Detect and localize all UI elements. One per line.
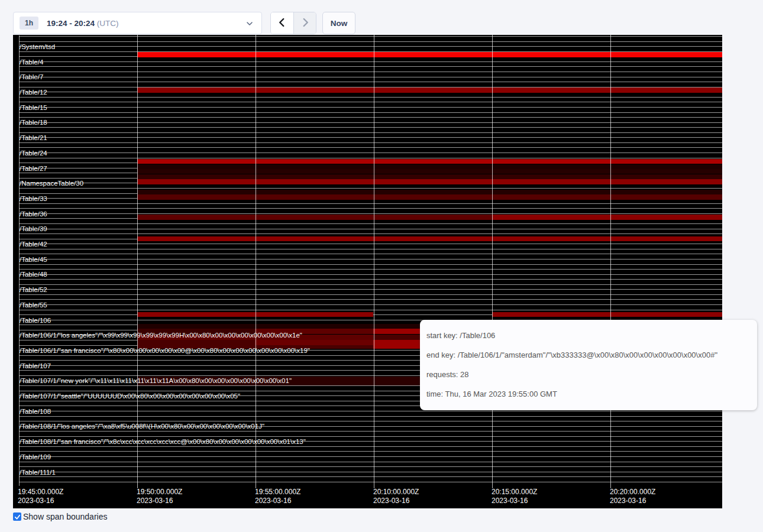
row-label: /Table/33 [20, 195, 47, 203]
row-label: /System/tsd [20, 43, 55, 51]
axis-tick-time: 20:10:00.000Z [373, 488, 419, 497]
axis-tick-time: 20:20:00.000Z [610, 488, 655, 497]
tooltip-line: time: Thu, 16 Mar 2023 19:55:00 GMT [426, 384, 757, 404]
show-span-boundaries-label[interactable]: Show span boundaries [23, 512, 107, 521]
row-label: /Table/55 [20, 301, 47, 309]
axis-tick-time: 20:15:00.000Z [492, 488, 537, 497]
heat-band[interactable] [137, 87, 723, 93]
row-label: /Table/27 [20, 165, 47, 173]
row-label: /Table/36 [20, 210, 47, 218]
row-label: /Table/107/1/"seattle"/"UUUUUUD\x00\x80\… [20, 392, 240, 400]
chevron-left-icon [277, 17, 287, 30]
axis-tick-date: 2023-03-16 [610, 497, 655, 505]
row-label: /Table/12 [20, 89, 47, 96]
axis-tick: 20:20:00.000Z2023-03-16 [610, 488, 655, 505]
show-span-boundaries-checkbox[interactable] [13, 512, 21, 521]
checkmark-icon [14, 514, 21, 520]
tooltip-line: start key: /Table/106 [426, 326, 757, 345]
tooltip-line: end key: /Table/106/1/"amsterdam"/"\xb33… [426, 345, 757, 365]
chevron-right-icon [300, 17, 311, 30]
heat-band[interactable] [137, 236, 723, 242]
axis-tick: 20:15:00.000Z2023-03-16 [492, 488, 537, 505]
heat-band[interactable] [492, 215, 723, 220]
row-label: /Table/24 [20, 150, 47, 157]
span-boundaries-layer [19, 36, 722, 486]
toolbar: 1h 19:24 - 20:24 (UTC) Now [0, 0, 763, 35]
heat-band[interactable] [137, 179, 723, 184]
next-range-button[interactable] [293, 12, 316, 34]
heat-band[interactable] [137, 164, 723, 169]
axis-tick-time: 19:45:00.000Z [18, 488, 63, 497]
now-button[interactable]: Now [322, 12, 355, 34]
row-label: /Table/107 [20, 362, 51, 370]
axis-tick: 20:10:00.000Z2023-03-16 [373, 488, 419, 505]
row-label: /Table/52 [20, 286, 47, 294]
time-range-select[interactable]: 1h 19:24 - 20:24 (UTC) [13, 12, 262, 34]
row-label: /Table/108 [20, 408, 51, 416]
heat-band[interactable] [137, 174, 723, 179]
range-value: 19:24 - 20:24 [47, 19, 95, 28]
range-duration-badge: 1h [20, 17, 38, 30]
key-visualizer-canvas[interactable]: /System/tsd/Table/4/Table/7/Table/12/Tab… [13, 35, 722, 508]
row-label: /Table/39 [20, 225, 47, 233]
row-label: /Table/111/1 [20, 469, 56, 476]
heat-band[interactable] [137, 52, 723, 57]
time-gridline [256, 35, 257, 488]
row-label: /Table/21 [20, 134, 47, 142]
time-gridline [137, 35, 138, 488]
heat-band[interactable] [137, 340, 255, 345]
axis-tick-date: 2023-03-16 [137, 497, 182, 505]
time-gridline [492, 35, 493, 488]
chevron-down-icon [245, 19, 254, 28]
row-label: /Table/107/1/"new york"/"\x11\x11\x11\x1… [20, 377, 292, 385]
row-label: /Table/108/1/"san francisco"/"\x8c\xcc\x… [20, 438, 306, 446]
row-label: /NamespaceTable/30 [20, 180, 83, 187]
time-gridline [610, 35, 612, 488]
range-text: 19:24 - 20:24 (UTC) [47, 19, 119, 28]
row-label: /Table/45 [20, 256, 47, 264]
row-label: /Table/109 [20, 453, 51, 461]
row-label: /Table/106/1/"los angeles"/"\x99\x99\x99… [20, 332, 302, 339]
heat-band[interactable] [137, 169, 723, 174]
time-gridline [374, 35, 375, 488]
axis-tick-date: 2023-03-16 [255, 497, 300, 505]
heat-band[interactable] [137, 190, 723, 194]
range-nav-group [270, 12, 316, 34]
axis-tick: 19:50:00.000Z2023-03-16 [137, 488, 182, 505]
range-timezone: (UTC) [97, 19, 119, 28]
row-label: /Table/18 [20, 119, 47, 126]
axis-tick-time: 19:55:00.000Z [255, 488, 300, 497]
axis-tick-date: 2023-03-16 [492, 497, 537, 505]
axis-tick: 19:55:00.000Z2023-03-16 [255, 488, 300, 505]
row-label: /Table/106/1/"san francisco"/"\x80\x00\x… [20, 347, 310, 355]
prev-range-button[interactable] [271, 12, 293, 34]
axis-tick-date: 2023-03-16 [373, 497, 419, 505]
axis-tick-date: 2023-03-16 [18, 497, 63, 505]
axis-tick: 19:45:00.000Z2023-03-16 [18, 488, 63, 505]
row-label: /Table/108/1/"los angeles"/"\xa8\xf5\u00… [20, 423, 264, 430]
span-tooltip: start key: /Table/106end key: /Table/106… [420, 320, 757, 410]
row-label: /Table/106 [20, 317, 51, 325]
tooltip-line: requests: 28 [426, 365, 757, 384]
heat-band[interactable] [492, 312, 723, 317]
row-label: /Table/7 [20, 73, 43, 81]
heat-band[interactable] [137, 159, 723, 164]
row-label: /Table/15 [20, 104, 47, 112]
row-label: /Table/4 [20, 59, 43, 66]
row-label: /Table/42 [20, 241, 47, 248]
heat-band[interactable] [137, 194, 723, 200]
row-label: /Table/48 [20, 271, 47, 278]
axis-tick-time: 19:50:00.000Z [137, 488, 182, 497]
heat-band[interactable] [137, 215, 492, 220]
footer: Show span boundaries [13, 512, 107, 521]
heat-band[interactable] [255, 340, 373, 345]
